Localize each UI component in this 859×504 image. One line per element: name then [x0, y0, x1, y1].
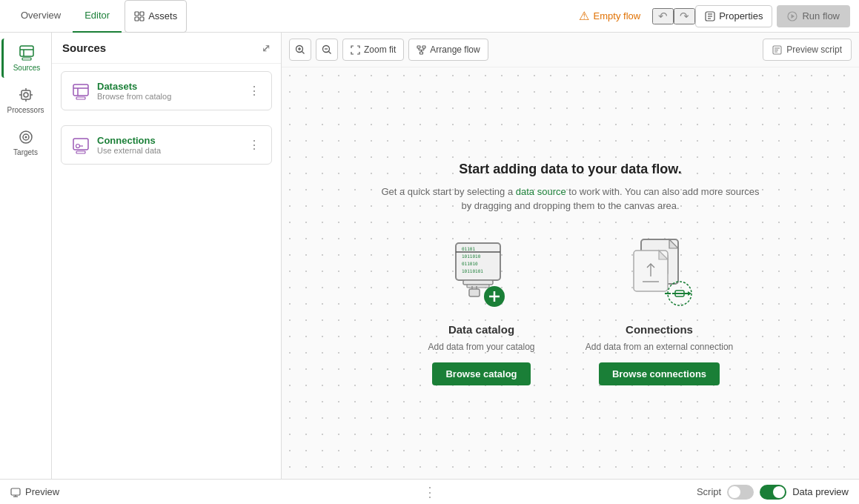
data-preview-label: Data preview — [792, 486, 849, 497]
arrange-flow-button[interactable]: Arrange flow — [408, 39, 488, 61]
datasets-card-icon — [72, 82, 90, 100]
svg-rect-57 — [469, 289, 480, 296]
sidebar-item-processors[interactable]: Processors — [1, 81, 50, 120]
svg-point-15 — [24, 93, 28, 97]
data-catalog-icon: 01101 1011010 011010 10110101 — [441, 236, 523, 317]
tab-assets[interactable]: Assets — [125, 0, 187, 33]
undo-button[interactable]: ↶ — [652, 8, 674, 24]
run-flow-button[interactable]: Run flow — [777, 5, 850, 27]
sidebar-sources-label: Sources — [13, 64, 41, 72]
empty-flow-label: Empty flow — [594, 10, 641, 21]
datasets-card[interactable]: Datasets Browse from catalog ⋮ — [61, 71, 272, 110]
tab-editor-label: Editor — [84, 10, 110, 21]
svg-rect-26 — [76, 97, 85, 99]
redo-button[interactable]: ↷ — [674, 8, 695, 24]
svg-rect-40 — [420, 52, 423, 54]
svg-line-34 — [302, 52, 305, 54]
sources-icon — [19, 44, 35, 61]
canvas-main-title: Start adding data to your data flow. — [378, 162, 763, 177]
sidebar-item-sources[interactable]: Sources — [1, 39, 50, 78]
preview-section: Preview — [10, 486, 59, 497]
svg-rect-1 — [140, 12, 144, 16]
svg-rect-55 — [463, 280, 493, 285]
svg-text:011010: 011010 — [462, 261, 478, 266]
canvas-area: Zoom fit Arrange flow — [282, 33, 859, 479]
sidebar-targets-label: Targets — [13, 148, 38, 156]
sidebar-item-targets[interactable]: Targets — [1, 123, 50, 162]
data-catalog-card: 01101 1011010 011010 10110101 — [408, 236, 556, 385]
data-catalog-title: Data catalog — [448, 323, 514, 336]
canvas-subtitle: Get a quick start by selecting a data so… — [378, 185, 763, 213]
tab-assets-label: Assets — [148, 10, 177, 21]
data-preview-toggle[interactable] — [760, 485, 786, 500]
svg-rect-10 — [20, 46, 33, 56]
targets-icon — [18, 129, 34, 145]
run-flow-label: Run flow — [802, 10, 840, 21]
svg-line-37 — [329, 52, 331, 54]
datasets-menu-icon[interactable]: ⋮ — [248, 84, 261, 98]
svg-text:01101: 01101 — [462, 246, 475, 251]
svg-point-22 — [24, 136, 27, 139]
browse-catalog-button[interactable]: Browse catalog — [432, 362, 530, 385]
connections-svg — [619, 236, 700, 317]
canvas-cards-row: 01101 1011010 011010 10110101 — [378, 236, 763, 385]
properties-button[interactable]: Properties — [695, 5, 772, 27]
svg-rect-23 — [73, 84, 88, 96]
zoom-in-icon — [295, 44, 305, 55]
connections-card[interactable]: Connections Use external data ⋮ — [61, 125, 272, 165]
warning-icon: ⚠ — [579, 9, 589, 23]
sources-header: Sources ⤢ — [52, 33, 281, 64]
connections-data-icon — [619, 236, 700, 317]
arrange-flow-label: Arrange flow — [430, 44, 480, 55]
canvas-toolbar: Zoom fit Arrange flow — [282, 33, 859, 67]
left-sidebar: Sources Processors Targets — [0, 33, 52, 479]
svg-rect-2 — [135, 17, 139, 21]
canvas-content: Start adding data to your data flow. Get… — [282, 67, 859, 479]
connections-menu-icon[interactable]: ⋮ — [248, 138, 261, 152]
datasets-card-title: Datasets — [97, 81, 171, 92]
top-nav: Overview Editor Assets ⚠ Empty flow ↶ ↷ … — [0, 0, 859, 33]
bottom-right-controls: Script Data preview — [697, 485, 849, 500]
data-source-link[interactable]: data source — [516, 186, 566, 197]
script-toggle[interactable] — [727, 485, 754, 500]
connections-data-card: Connections Add data from an external co… — [586, 236, 734, 385]
sources-title: Sources — [62, 42, 106, 54]
sources-panel: Sources ⤢ Datasets Browse from catalog ⋮ — [52, 33, 282, 479]
connections-data-title: Connections — [626, 323, 693, 336]
svg-rect-0 — [135, 12, 139, 16]
preview-label-text: Preview — [25, 486, 59, 497]
tab-overview-label: Overview — [21, 10, 61, 21]
svg-rect-27 — [73, 139, 88, 150]
preview-script-button[interactable]: Preview script — [763, 39, 852, 61]
arrange-flow-icon — [417, 45, 426, 55]
svg-point-28 — [76, 144, 80, 147]
zoom-in-button[interactable] — [289, 39, 311, 61]
empty-flow-badge: ⚠ Empty flow — [579, 9, 641, 23]
preview-script-label: Preview script — [786, 44, 842, 55]
expand-icon[interactable]: ⤢ — [262, 42, 271, 54]
preview-icon — [10, 487, 21, 497]
svg-rect-56 — [467, 285, 489, 288]
connections-card-title: Connections — [97, 135, 161, 146]
script-label: Script — [697, 486, 721, 497]
zoom-fit-button[interactable]: Zoom fit — [342, 39, 404, 61]
svg-marker-9 — [792, 14, 795, 19]
data-catalog-desc: Add data from your catalog — [428, 342, 534, 352]
svg-rect-38 — [417, 46, 420, 48]
zoom-fit-icon — [351, 45, 360, 55]
svg-rect-78 — [11, 488, 20, 495]
main-layout: Sources Processors Targets Source — [0, 33, 859, 479]
connections-data-desc: Add data from an external connection — [586, 342, 733, 352]
zoom-out-icon — [322, 44, 332, 55]
svg-rect-30 — [76, 151, 85, 153]
svg-rect-14 — [21, 90, 30, 99]
preview-script-icon — [772, 45, 782, 55]
drag-handle[interactable]: ⋮ — [423, 484, 437, 500]
tab-overview[interactable]: Overview — [9, 0, 73, 33]
browse-connections-button[interactable]: Browse connections — [599, 362, 720, 385]
svg-text:10110101: 10110101 — [462, 268, 483, 273]
bottom-bar: Preview ⋮ Script Data preview — [0, 479, 859, 504]
zoom-out-button[interactable] — [316, 39, 338, 61]
tab-editor[interactable]: Editor — [73, 0, 122, 33]
canvas-center-panel: Start adding data to your data flow. Get… — [348, 139, 793, 408]
